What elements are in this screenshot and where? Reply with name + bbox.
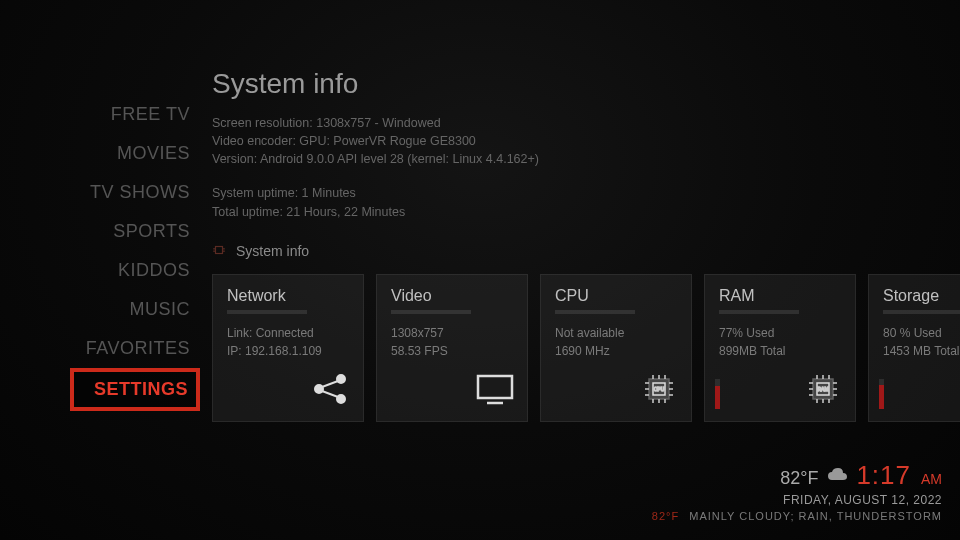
- share-icon: [311, 373, 351, 409]
- card-video-line1: 1308x757: [391, 324, 513, 342]
- section-head-label: System info: [236, 243, 309, 259]
- section-head: System info: [212, 243, 960, 260]
- ram-usage-bar: [715, 379, 720, 409]
- card-ram[interactable]: RAM 77% Used 899MB Total RAM: [704, 274, 856, 422]
- card-network-bar: [227, 310, 307, 314]
- card-cpu-line1: Not available: [555, 324, 677, 342]
- sidebar-item-sports[interactable]: SPORTS: [0, 212, 200, 251]
- chip-icon: [212, 243, 226, 260]
- card-storage-line2: 1453 MB Total: [883, 342, 960, 360]
- info-resolution: Screen resolution: 1308x757 - Windowed: [212, 114, 960, 132]
- card-ram-title: RAM: [719, 287, 841, 305]
- svg-rect-10: [478, 376, 512, 398]
- info-total-uptime: Total uptime: 21 Hours, 22 Minutes: [212, 203, 960, 221]
- card-network[interactable]: Network Link: Connected IP: 192.168.1.10…: [212, 274, 364, 422]
- footer-date: FRIDAY, AUGUST 12, 2022: [652, 493, 942, 507]
- card-storage-title: Storage: [883, 287, 960, 305]
- card-cpu[interactable]: CPU Not available 1690 MHz CPU: [540, 274, 692, 422]
- footer-temp2: 82°F: [652, 510, 679, 522]
- sidebar-item-music[interactable]: MUSIC: [0, 290, 200, 329]
- footer-cond: MAINLY CLOUDY; RAIN, THUNDERSTORM: [689, 510, 942, 522]
- footer: 82°F 1:17AM FRIDAY, AUGUST 12, 2022 82°F…: [652, 460, 942, 522]
- info-block: Screen resolution: 1308x757 - Windowed V…: [212, 114, 960, 221]
- cpu-icon: CPU: [639, 373, 679, 409]
- main-content: System info Screen resolution: 1308x757 …: [212, 68, 960, 422]
- card-storage[interactable]: Storage 80 % Used 1453 MB Total: [868, 274, 960, 422]
- sidebar-item-kiddos[interactable]: KIDDOS: [0, 251, 200, 290]
- card-cpu-title: CPU: [555, 287, 677, 305]
- cloud-icon: [826, 466, 848, 489]
- svg-text:RAM: RAM: [817, 386, 828, 392]
- card-video-bar: [391, 310, 471, 314]
- ram-icon: RAM: [803, 373, 843, 409]
- svg-line-9: [322, 391, 338, 397]
- card-row: Network Link: Connected IP: 192.168.1.10…: [212, 274, 960, 422]
- sidebar-item-settings[interactable]: SETTINGS: [70, 368, 200, 411]
- footer-time: 1:17: [856, 460, 911, 491]
- card-network-title: Network: [227, 287, 349, 305]
- card-ram-line1: 77% Used: [719, 324, 841, 342]
- info-version: Version: Android 9.0.0 API level 28 (ker…: [212, 150, 960, 168]
- svg-line-8: [322, 381, 338, 387]
- sidebar-item-free-tv[interactable]: FREE TV: [0, 95, 200, 134]
- sidebar-item-movies[interactable]: MOVIES: [0, 134, 200, 173]
- card-video[interactable]: Video 1308x757 58.53 FPS: [376, 274, 528, 422]
- card-video-line2: 58.53 FPS: [391, 342, 513, 360]
- page-title: System info: [212, 68, 960, 100]
- svg-text:CPU: CPU: [654, 386, 665, 392]
- card-cpu-line2: 1690 MHz: [555, 342, 677, 360]
- sidebar-item-tv-shows[interactable]: TV SHOWS: [0, 173, 200, 212]
- monitor-icon: [475, 373, 515, 409]
- sidebar: FREE TV MOVIES TV SHOWS SPORTS KIDDOS MU…: [0, 95, 200, 411]
- footer-weather: 82°F MAINLY CLOUDY; RAIN, THUNDERSTORM: [652, 510, 942, 522]
- card-storage-bar: [883, 310, 960, 314]
- sidebar-item-favorites[interactable]: FAVORITES: [0, 329, 200, 368]
- card-storage-line1: 80 % Used: [883, 324, 960, 342]
- footer-temp: 82°F: [780, 468, 818, 489]
- card-video-title: Video: [391, 287, 513, 305]
- card-network-line1: Link: Connected: [227, 324, 349, 342]
- footer-ampm: AM: [921, 471, 942, 487]
- svg-rect-0: [216, 246, 223, 253]
- info-sys-uptime: System uptime: 1 Minutes: [212, 184, 960, 202]
- info-encoder: Video encoder: GPU: PowerVR Rogue GE8300: [212, 132, 960, 150]
- storage-usage-bar: [879, 379, 884, 409]
- card-ram-bar: [719, 310, 799, 314]
- card-network-line2: IP: 192.168.1.109: [227, 342, 349, 360]
- card-ram-line2: 899MB Total: [719, 342, 841, 360]
- card-cpu-bar: [555, 310, 635, 314]
